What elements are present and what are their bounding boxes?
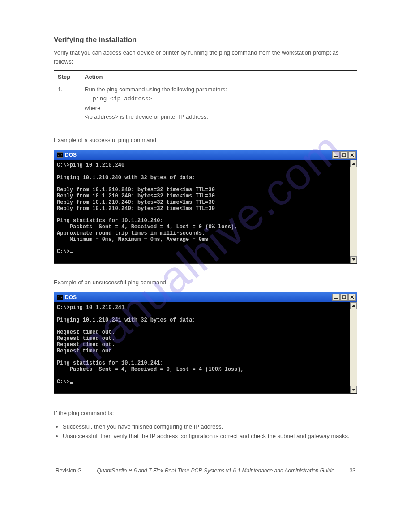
cmd-icon (57, 152, 63, 158)
scroll-down-button[interactable] (350, 386, 357, 393)
outcome-list: Successful, then you have finished confi… (63, 422, 357, 441)
footer-page-number: 33 (350, 468, 355, 474)
col-header-action: Action (81, 71, 357, 83)
dos-window-fail: DOS C:\>ping 10.1.210.241 Pinging 10.1.2… (54, 292, 357, 394)
fail-caption: Example of an unsuccessful ping command (54, 279, 357, 286)
titlebar-left: DOS (55, 152, 77, 158)
cmd-icon (57, 295, 63, 300)
notes-intro: If the ping command is: (54, 409, 357, 418)
terminal-body: C:\>ping 10.1.210.241 Pinging 10.1.210.2… (54, 302, 357, 393)
titlebar[interactable]: DOS (54, 150, 357, 160)
cell-step: 1. (54, 83, 81, 123)
footer-center: QuantStudio™ 6 and 7 Flex Real-Time PCR … (82, 468, 350, 474)
svg-rect-1 (342, 154, 346, 157)
maximize-button[interactable] (340, 151, 348, 159)
svg-rect-7 (342, 296, 346, 299)
table-header-row: Step Action (54, 71, 357, 83)
scroll-up-button[interactable] (350, 160, 357, 167)
col-header-step: Step (54, 71, 81, 83)
page-footer: Revision G QuantStudio™ 6 and 7 Flex Rea… (54, 468, 357, 474)
list-item: Unsuccessful, then verify that the IP ad… (63, 432, 357, 441)
action-command: ping <ip address> (93, 95, 353, 102)
titlebar-buttons (332, 294, 356, 301)
steps-table: Step Action 1. Run the ping command usin… (54, 70, 357, 123)
list-item: Successful, then you have finished confi… (63, 422, 357, 432)
svg-marker-5 (352, 258, 355, 261)
action-line-2: <ip address> is the device or printer IP… (85, 113, 353, 120)
svg-marker-4 (352, 163, 355, 165)
section-heading: Verifying the installation (54, 36, 357, 44)
maximize-button[interactable] (340, 294, 348, 301)
table-row: 1. Run the ping command using the follow… (54, 83, 357, 123)
action-line-1: Run the ping command using the following… (85, 86, 353, 93)
close-button[interactable] (348, 294, 356, 301)
scroll-up-button[interactable] (350, 302, 357, 309)
terminal-body: C:\>ping 10.1.210.240 Pinging 10.1.210.2… (54, 160, 357, 263)
vertical-scrollbar[interactable] (350, 160, 357, 263)
svg-marker-11 (352, 389, 355, 391)
window-title: DOS (65, 294, 77, 300)
window-title: DOS (65, 152, 77, 158)
scroll-down-button[interactable] (350, 256, 357, 263)
svg-marker-10 (352, 305, 355, 307)
success-caption: Example of a successful ping command (54, 137, 357, 143)
titlebar-left: DOS (55, 294, 77, 300)
cell-action: Run the ping command using the following… (81, 83, 357, 123)
action-where: where (85, 105, 353, 112)
intro-paragraph: Verify that you can access each device o… (54, 48, 357, 66)
dos-window-success: DOS C:\>ping 10.1.210.240 Pinging 10.1.2… (54, 150, 357, 264)
titlebar-buttons (332, 151, 356, 159)
terminal-output-success: C:\>ping 10.1.210.240 Pinging 10.1.210.2… (54, 160, 350, 263)
terminal-output-fail: C:\>ping 10.1.210.241 Pinging 10.1.210.2… (54, 302, 350, 393)
minimize-button[interactable] (332, 294, 340, 301)
footer-left: Revision G (56, 468, 82, 474)
page: manualhive.com Verifying the installatio… (0, 0, 411, 501)
titlebar[interactable]: DOS (54, 292, 357, 302)
vertical-scrollbar[interactable] (350, 302, 357, 393)
minimize-button[interactable] (332, 151, 340, 159)
close-button[interactable] (348, 151, 356, 159)
